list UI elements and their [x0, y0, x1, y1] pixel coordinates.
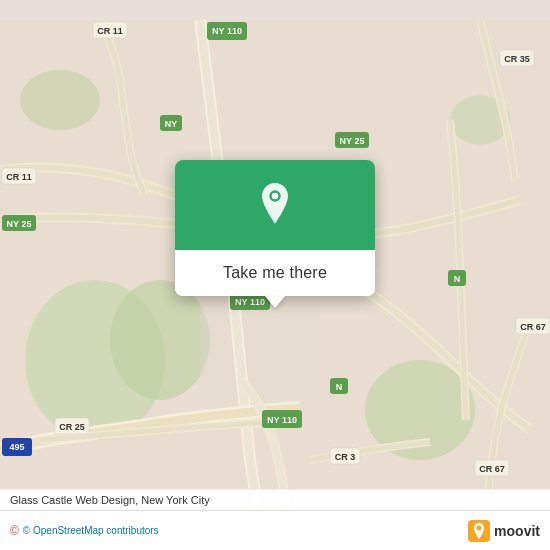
svg-point-41	[272, 193, 279, 200]
svg-text:CR 3: CR 3	[335, 452, 356, 462]
popup-green-header	[175, 160, 375, 250]
svg-text:CR 11: CR 11	[97, 26, 123, 36]
svg-text:NY 25: NY 25	[7, 219, 32, 229]
svg-text:NY 110: NY 110	[267, 415, 297, 425]
svg-text:NY: NY	[165, 119, 178, 129]
moovit-label: moovit	[494, 523, 540, 539]
svg-text:NY 25: NY 25	[340, 136, 365, 146]
svg-point-5	[20, 70, 100, 130]
location-label: Glass Castle Web Design, New York City	[0, 489, 550, 510]
svg-text:NY 110: NY 110	[212, 26, 242, 36]
svg-text:N: N	[336, 382, 343, 392]
svg-text:NY 110: NY 110	[235, 297, 265, 307]
location-text: Glass Castle Web Design, New York City	[10, 494, 210, 506]
svg-text:N: N	[454, 274, 461, 284]
take-me-there-button[interactable]: Take me there	[175, 250, 375, 296]
map-container: CR 11 NY 110 CR 35 CR 11 NY NY 25 NY 25 …	[0, 0, 550, 550]
location-pin-icon	[253, 183, 297, 227]
svg-text:CR 11: CR 11	[6, 172, 32, 182]
svg-text:CR 25: CR 25	[59, 422, 85, 432]
svg-point-43	[477, 525, 482, 530]
osm-attribution[interactable]: © OpenStreetMap contributors	[23, 525, 159, 536]
svg-text:CR 67: CR 67	[479, 464, 505, 474]
moovit-logo: moovit	[468, 520, 540, 542]
svg-text:CR 35: CR 35	[504, 54, 530, 64]
svg-text:495: 495	[9, 442, 24, 452]
svg-rect-6	[200, 300, 320, 400]
bottom-bar: © © OpenStreetMap contributors moovit	[0, 510, 550, 550]
svg-point-2	[110, 280, 210, 400]
moovit-icon	[468, 520, 490, 542]
popup-card: Take me there	[175, 160, 375, 296]
copyright-symbol: ©	[10, 524, 19, 538]
attribution-section: © © OpenStreetMap contributors	[10, 524, 159, 538]
svg-text:CR 67: CR 67	[520, 322, 546, 332]
